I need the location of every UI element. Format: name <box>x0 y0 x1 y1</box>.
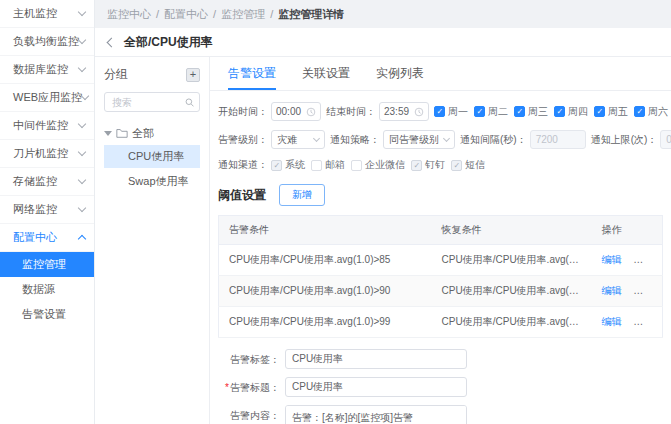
sidebar-item-label: 负载均衡监控 <box>13 34 79 49</box>
weekday-label: 周四 <box>568 105 588 119</box>
edit-link[interactable]: 编辑 <box>601 254 621 265</box>
weekday-checkbox-tue[interactable]: 周二 <box>474 105 508 119</box>
tab-bar: 告警设置 关联设置 实例列表 <box>210 57 671 91</box>
condition-cell: CPU使用率/CPU使用率.avg(1.0)>90 <box>219 276 432 307</box>
channel-checkbox-email[interactable]: 邮箱 <box>311 158 345 172</box>
form-row-alert-title: *告警标题： <box>218 377 671 397</box>
delete-link[interactable]: 删除 <box>633 316 653 327</box>
alert-title-label-text: 告警标题： <box>230 382 280 393</box>
sidebar-subitem-alert-settings[interactable]: 告警设置 <box>0 302 94 327</box>
threshold-table: 告警条件 恢复条件 操作 CPU使用率/CPU使用率.avg(1.0)>85 C… <box>218 215 663 338</box>
sidebar-item-network-monitoring[interactable]: 网络监控 <box>0 196 94 224</box>
alert-level-select[interactable]: 灾难 <box>271 130 325 149</box>
alert-level-label: 告警级别： <box>218 133 268 147</box>
chevron-down-icon <box>443 135 450 142</box>
sidebar-item-host-monitoring[interactable]: 主机监控 <box>0 0 94 28</box>
back-icon[interactable] <box>107 37 117 47</box>
notify-interval-input: 7200 <box>530 130 586 149</box>
delete-link[interactable]: 删除 <box>633 254 653 265</box>
weekday-label: 周一 <box>448 105 468 119</box>
channel-label: 企业微信 <box>365 158 405 172</box>
chevron-down-icon <box>78 64 86 72</box>
end-time-input[interactable]: 23:59 <box>379 102 429 121</box>
checkbox-unchecked-icon <box>311 160 322 171</box>
tab-instance-list[interactable]: 实例列表 <box>376 57 424 90</box>
checkbox-checked-icon <box>594 106 605 117</box>
checkbox-disabled-checked-icon <box>451 160 462 171</box>
group-panel: 分组 + 全部 <box>95 57 210 424</box>
column-header-condition: 告警条件 <box>219 216 432 245</box>
sidebar-item-storage-monitoring[interactable]: 存储监控 <box>0 168 94 196</box>
delete-link[interactable]: 删除 <box>633 285 653 296</box>
sidebar-item-middleware-monitoring[interactable]: 中间件监控 <box>0 112 94 140</box>
weekday-checkbox-thu[interactable]: 周四 <box>554 105 588 119</box>
page-title: 全部/CPU使用率 <box>124 34 213 51</box>
alert-content-textarea[interactable]: 告警：[名称]的[监控项]告警 当前值: [当前值] 表达式: [表达式] 告警… <box>285 405 467 424</box>
start-time-value: 00:00 <box>276 106 301 117</box>
checkbox-checked-icon <box>474 106 485 117</box>
channel-checkbox-wecom[interactable]: 企业微信 <box>351 158 405 172</box>
start-time-input[interactable]: 00:00 <box>271 102 321 121</box>
tab-relation-settings[interactable]: 关联设置 <box>302 57 350 90</box>
notify-limit-label: 通知上限(次)： <box>591 133 658 147</box>
channel-checkbox-system: 系统 <box>271 158 305 172</box>
tree-node-cpu-usage[interactable]: CPU使用率 <box>104 145 200 168</box>
chevron-up-icon <box>78 235 86 243</box>
notify-strategy-value: 同告警级别 <box>389 133 439 147</box>
tree-node-swap-usage[interactable]: Swap使用率 <box>104 170 200 193</box>
sidebar-item-blade-server-monitoring[interactable]: 刀片机监控 <box>0 140 94 168</box>
add-group-button[interactable]: + <box>186 68 200 82</box>
tab-alert-settings[interactable]: 告警设置 <box>228 57 276 90</box>
weekday-checkbox-sat[interactable]: 周六 <box>634 105 668 119</box>
chevron-down-icon <box>78 36 86 44</box>
sidebar-item-label: 刀片机监控 <box>13 146 68 161</box>
breadcrumb-item[interactable]: 监控管理 <box>221 7 265 22</box>
alert-title-input[interactable] <box>285 377 467 397</box>
notify-strategy-select[interactable]: 同告警级别 <box>383 130 455 149</box>
sidebar-item-web-app-monitoring[interactable]: WEB应用监控 <box>0 84 94 112</box>
sidebar-subitem-data-source[interactable]: 数据源 <box>0 277 94 302</box>
checkbox-disabled-checked-icon <box>271 160 282 171</box>
sidebar-item-config-center[interactable]: 配置中心 <box>0 224 94 252</box>
condition-cell: CPU使用率/CPU使用率.avg(1.0)>85 <box>219 245 432 276</box>
checkbox-unchecked-icon <box>351 160 362 171</box>
sidebar-item-label: 数据库监控 <box>13 62 68 77</box>
alert-tag-input[interactable] <box>285 349 467 369</box>
sidebar-item-label: 存储监控 <box>13 174 57 189</box>
tree-root-all[interactable]: 全部 <box>104 123 200 143</box>
channel-checkbox-dingtalk: 钉钉 <box>411 158 445 172</box>
weekday-checkbox-wed[interactable]: 周三 <box>514 105 548 119</box>
breadcrumb-separator: / <box>156 8 159 20</box>
alert-tag-label: 告警标签： <box>218 349 280 369</box>
chevron-down-icon <box>78 120 86 128</box>
edit-link[interactable]: 编辑 <box>601 285 621 296</box>
breadcrumb-separator: / <box>213 8 216 20</box>
channel-checkbox-sms: 短信 <box>451 158 485 172</box>
table-header-row: 告警条件 恢复条件 操作 <box>219 216 663 245</box>
weekday-checkbox-fri[interactable]: 周五 <box>594 105 628 119</box>
weekday-checkbox-mon[interactable]: 周一 <box>434 105 468 119</box>
page-header: 全部/CPU使用率 <box>95 28 671 57</box>
chevron-down-icon <box>81 92 89 100</box>
weekday-label: 周五 <box>608 105 628 119</box>
weekday-label: 周六 <box>648 105 668 119</box>
alert-settings-form: 开始时间： 00:00 结束时间： 23:59 <box>210 91 671 181</box>
ops-cell: 编辑 删除 <box>591 307 662 338</box>
edit-link[interactable]: 编辑 <box>601 316 621 327</box>
condition-cell: CPU使用率/CPU使用率.avg(1.0)>99 <box>219 307 432 338</box>
add-threshold-button[interactable]: 新增 <box>279 184 325 206</box>
channel-label: 邮箱 <box>325 158 345 172</box>
group-search-input[interactable] <box>110 96 182 109</box>
notify-interval-label: 通知间隔(秒)： <box>460 133 527 147</box>
caret-down-icon <box>104 131 112 136</box>
column-header-ops: 操作 <box>591 216 662 245</box>
clock-icon <box>414 107 424 117</box>
chevron-down-icon <box>78 8 86 16</box>
sidebar-item-database-monitoring[interactable]: 数据库监控 <box>0 56 94 84</box>
sidebar-subitem-monitor-management[interactable]: 监控管理 <box>0 252 94 277</box>
breadcrumb-item[interactable]: 监控中心 <box>107 7 151 22</box>
sidebar-item-loadbalancer-monitoring[interactable]: 负载均衡监控 <box>0 28 94 56</box>
checkbox-checked-icon <box>434 106 445 117</box>
breadcrumb-item[interactable]: 配置中心 <box>164 7 208 22</box>
recovery-cell: CPU使用率/CPU使用率.avg(1.0)<=85 <box>432 245 592 276</box>
